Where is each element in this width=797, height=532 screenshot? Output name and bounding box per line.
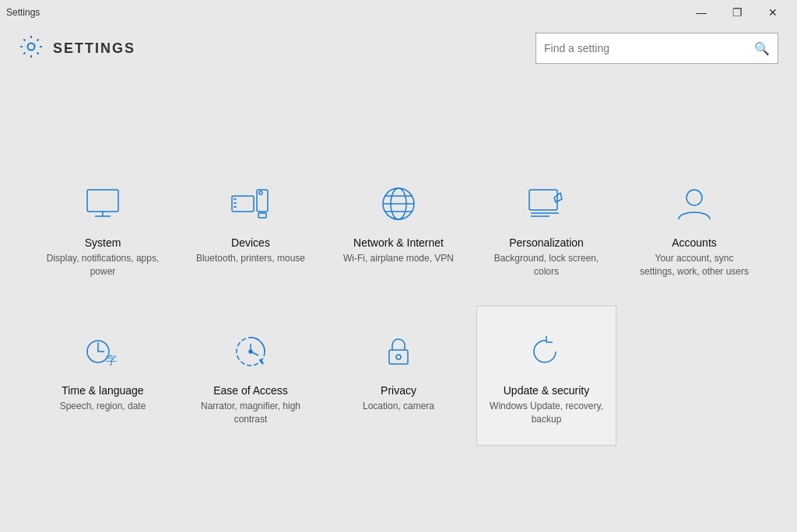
setting-item-network[interactable]: Network & Internet Wi-Fi, airplane mode,… xyxy=(328,158,469,298)
setting-name-devices: Devices xyxy=(231,236,270,249)
devices-icon xyxy=(229,182,272,226)
svg-point-27 xyxy=(396,355,401,359)
title-bar-title: Settings xyxy=(6,7,40,18)
svg-rect-26 xyxy=(389,350,408,364)
main-content: System Display, notifications, apps, pow… xyxy=(0,72,797,532)
setting-name-time: Time & language xyxy=(61,384,143,397)
search-box[interactable]: 🔍 xyxy=(535,33,778,64)
setting-desc-devices: Bluetooth, printers, mouse xyxy=(196,252,305,265)
setting-name-privacy: Privacy xyxy=(381,384,416,397)
svg-point-19 xyxy=(686,190,702,205)
setting-desc-time: Speech, region, date xyxy=(60,400,146,413)
title-bar: Settings — ❐ ✕ xyxy=(0,0,797,25)
setting-name-update: Update & security xyxy=(504,384,590,397)
ease-icon xyxy=(229,330,272,373)
svg-rect-4 xyxy=(232,196,254,212)
search-icon[interactable]: 🔍 xyxy=(754,41,770,56)
personalization-icon xyxy=(525,182,568,226)
svg-rect-6 xyxy=(258,213,266,218)
svg-rect-16 xyxy=(529,190,557,210)
setting-desc-privacy: Location, camera xyxy=(363,400,434,413)
setting-item-system[interactable]: System Display, notifications, apps, pow… xyxy=(33,158,173,298)
setting-item-devices[interactable]: Devices Bluetooth, printers, mouse xyxy=(181,158,321,298)
svg-point-10 xyxy=(259,191,262,194)
setting-name-network: Network & Internet xyxy=(353,236,444,249)
privacy-icon xyxy=(377,330,420,373)
setting-item-accounts[interactable]: Accounts Your account, sync settings, wo… xyxy=(624,158,764,298)
minimize-button[interactable]: — xyxy=(683,0,719,25)
setting-item-time[interactable]: 字 Time & language Speech, region, date xyxy=(33,306,173,446)
close-button[interactable]: ✕ xyxy=(755,0,791,25)
maximize-button[interactable]: ❐ xyxy=(719,0,755,25)
gear-icon xyxy=(19,34,44,62)
setting-item-ease[interactable]: Ease of Access Narrator, magnifier, high… xyxy=(181,306,321,446)
setting-name-accounts: Accounts xyxy=(672,236,717,249)
setting-desc-personalization: Background, lock screen, colors xyxy=(490,252,603,278)
setting-desc-update: Windows Update, recovery, backup xyxy=(490,400,603,426)
setting-name-personalization: Personalization xyxy=(509,236,584,249)
svg-text:字: 字 xyxy=(106,355,117,366)
app-header: SETTINGS 🔍 xyxy=(0,25,797,72)
setting-name-system: System xyxy=(85,236,121,249)
setting-item-update[interactable]: Update & security Windows Update, recove… xyxy=(476,306,616,446)
settings-grid: System Display, notifications, apps, pow… xyxy=(33,158,764,445)
setting-item-personalization[interactable]: Personalization Background, lock screen,… xyxy=(476,158,616,298)
title-bar-controls: — ❐ ✕ xyxy=(683,0,791,25)
app-title: SETTINGS xyxy=(53,40,135,57)
setting-desc-accounts: Your account, sync settings, work, other… xyxy=(637,252,751,278)
time-icon: 字 xyxy=(81,330,125,373)
setting-desc-network: Wi-Fi, airplane mode, VPN xyxy=(343,252,454,265)
setting-name-ease: Ease of Access xyxy=(213,384,288,397)
search-input[interactable] xyxy=(544,42,754,54)
update-icon xyxy=(525,330,568,373)
svg-point-25 xyxy=(249,350,252,353)
svg-rect-1 xyxy=(87,190,118,212)
svg-point-0 xyxy=(28,44,35,51)
accounts-icon xyxy=(672,182,716,226)
app-title-area: SETTINGS xyxy=(19,34,135,62)
network-icon xyxy=(377,182,420,226)
setting-desc-ease: Narrator, magnifier, high contrast xyxy=(194,400,307,426)
setting-desc-system: Display, notifications, apps, power xyxy=(46,252,160,278)
system-icon xyxy=(81,182,125,226)
setting-item-privacy[interactable]: Privacy Location, camera xyxy=(328,306,469,446)
